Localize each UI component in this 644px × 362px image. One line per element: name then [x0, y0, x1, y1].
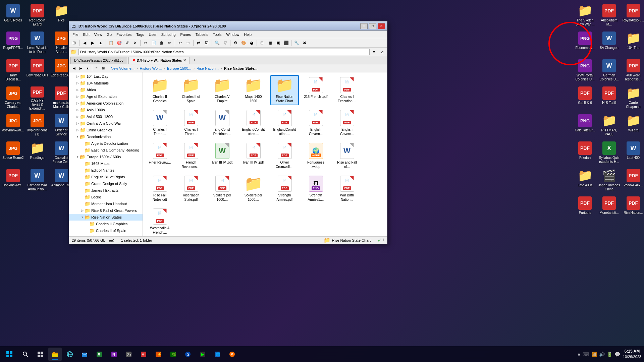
desktop-icon-taxes[interactable]: PDF 2022 FY Taxes & Expendit... — [25, 85, 49, 112]
tree-james1[interactable]: 📁 James I Extracts — [69, 187, 143, 194]
tree-decolonization[interactable]: ▾ 📂 Decolonization — [69, 133, 143, 140]
toolbar-close-extra[interactable]: ✖ — [301, 39, 308, 47]
menu-favorites[interactable]: Favorites — [114, 32, 133, 37]
file-charlesiigraphics[interactable]: 📁 Charles II Graphics — [146, 75, 174, 105]
tree-granddesign[interactable]: 📁 Grand Design of Sully — [69, 180, 143, 187]
close-button[interactable]: ✕ — [378, 23, 385, 29]
toolbar-check[interactable]: ☑ — [203, 39, 210, 47]
menu-help[interactable]: Help — [242, 32, 254, 37]
menu-file[interactable]: File — [70, 32, 80, 37]
desktop-icon-lenin[interactable]: W Lenin What is to be Done — [25, 30, 49, 57]
desktop-icon-lownoac[interactable]: PDF Low Noac Oils — [25, 58, 49, 84]
desktop-icon-redrobin[interactable]: PDF Red Robin Ecard — [25, 3, 49, 29]
file-ivaniiiv-pdf[interactable]: 📄 PDF Ivan III IV .pdf — [239, 141, 268, 171]
menu-tags[interactable]: Tags — [134, 32, 146, 37]
taskbar-app2-icon[interactable]: ⚡ — [152, 348, 165, 361]
taskbar-eye-icon[interactable] — [225, 348, 239, 361]
tree-mercantilism[interactable]: 📁 Mercantilism Handout — [69, 200, 143, 207]
taskbar-xyplorer-icon[interactable]: XY — [122, 348, 136, 361]
breadcrumb-risenation[interactable]: Rise Nation... — [195, 66, 220, 71]
taskbar-onenote-icon[interactable]: N — [107, 348, 121, 361]
clock-display[interactable]: 6:15 AM 10/26/2023 — [623, 349, 641, 359]
breadcrumb-europe[interactable]: Europe 1500... — [166, 66, 193, 71]
menu-tabsets[interactable]: Tabsets — [194, 32, 210, 37]
toolbar-up[interactable]: ▲ — [97, 39, 104, 47]
maximize-button[interactable]: □ — [369, 23, 376, 29]
tree-risenationstates[interactable]: ▾ 📂 Rise Nation States — [69, 214, 143, 221]
tree-americancolonization[interactable]: ▷ 📁 American Colonization — [69, 100, 143, 107]
desktop-icon-cavalry[interactable]: JPG Cavalry vs. Chariots — [1, 85, 25, 112]
breadcrumb-volume[interactable]: New Volume... — [109, 66, 136, 71]
toolbar-copy[interactable]: 📋 — [107, 39, 115, 47]
tree-europe1500s[interactable]: ▾ 📂 Europe 1500s-1600s — [69, 154, 143, 160]
toolbar-terminal[interactable]: ⬛ — [282, 39, 290, 47]
tree-centralamcoldwar[interactable]: ▷ 📁 Central Am Cold War — [69, 120, 143, 127]
address-path[interactable]: D:\History World Civ B\Europe 1500s-1600… — [78, 49, 370, 55]
tree-englishbill[interactable]: 📁 English Bill of Rights — [69, 174, 143, 180]
breadcrumb-histworld[interactable]: History Wor... — [139, 66, 163, 71]
menu-edit[interactable]: Edit — [81, 32, 92, 37]
toolbar-target[interactable]: 🎯 — [115, 39, 123, 47]
chevron-icon[interactable]: ∧ — [577, 352, 581, 357]
tree-1648maps[interactable]: 📁 1648 Maps — [69, 160, 143, 167]
file-engconstdoctrines[interactable]: W Eng Const Doctrines.... — [208, 108, 236, 138]
desktop-icon-104thu[interactable]: 📁 104 Thu — [622, 30, 644, 57]
taskbar-app5-icon[interactable]: ▶ — [196, 348, 209, 361]
desktop-icon-sketchshow[interactable]: 📁 The Sketch Show War ... — [573, 3, 597, 29]
toolbar-undo[interactable]: ↩ — [176, 39, 184, 47]
tree-104lastday[interactable]: ▷ 📁 104 Last Day — [69, 73, 143, 80]
file-charlesiispain[interactable]: 📁 Charles II of Spain — [177, 75, 205, 105]
keyboard-icon[interactable]: ⌨ — [583, 352, 589, 357]
desktop-icon-friedan[interactable]: PDF Friedan — [573, 140, 597, 167]
toolbar-config[interactable]: ⚙ — [232, 39, 239, 47]
file-maps14001600[interactable]: 📁 Maps 1400 1600 — [239, 75, 268, 105]
menu-go[interactable]: Go — [105, 32, 114, 37]
file-risenationstate[interactable]: 📄 PDF RiseNation State.pdf — [177, 174, 205, 204]
tree-asia1500[interactable]: ▷ 📁 Asia1500- 1800s — [69, 113, 143, 120]
taskbar-app3-icon[interactable]: 🌿 — [166, 348, 180, 361]
desktop-icon-wwiportal[interactable]: PNG WWI Portal Colonies U... — [573, 58, 597, 84]
desktop-icon-hopkins[interactable]: PDF Hopkins-Tax... — [1, 168, 25, 194]
file-olivercromwell[interactable]: 📄 PDF Oliver Cromwell.... — [270, 141, 299, 171]
breadcrumb-tree[interactable]: ≡ — [94, 65, 100, 72]
toolbar-search[interactable]: 🔍 — [213, 39, 221, 47]
tree-charlesiigraphics[interactable]: 📁 Charles II Graphics — [69, 221, 143, 227]
desktop-icon-puritans[interactable]: PDF Puritans — [573, 195, 597, 222]
toolbar-layout[interactable]: ▦ — [266, 39, 274, 47]
desktop-icon-400word[interactable]: PDF 400 word response... — [622, 58, 644, 84]
breadcrumb-forward[interactable]: ▶ — [78, 65, 84, 72]
tree-104materials[interactable]: ▷ 📁 104 Materials — [69, 80, 143, 86]
file-charlesi-three-pdf[interactable]: 📄 PDF Charles I Three.... — [177, 108, 205, 138]
file-strengtharmies1-png[interactable]: 🖼 PNG Strength Armies1.... — [302, 174, 330, 204]
toolbar-stop[interactable]: ✕ — [131, 39, 139, 47]
desktop-icon-carrie[interactable]: 📁 Carrie Chapman — [622, 85, 644, 112]
tab-essays[interactable]: D:\Classes\Essays 2023\Fall\155 — [70, 57, 127, 64]
taskbar-network-icon[interactable]: 🌐 — [211, 348, 224, 361]
desktop-icon-japaninvades[interactable]: 🎬 Japan Invades China — [597, 168, 621, 194]
toolbar-preview[interactable]: ▣ — [274, 39, 282, 47]
file-charlesiexecution[interactable]: 📄 PDF Charles I Execution.... — [333, 75, 361, 105]
desktop-icon-xyplorer[interactable]: JPG XyplorerIcons (1) — [25, 113, 49, 139]
desktop-icon-germancolonies[interactable]: W German Colonies U... — [597, 58, 621, 84]
menu-panes[interactable]: Panes — [178, 32, 193, 37]
toolbar-cut[interactable]: ✂ — [142, 39, 149, 47]
menu-window[interactable]: Window — [224, 32, 241, 37]
taskbar-acrobat-icon[interactable]: A — [137, 348, 150, 361]
toolbar-grid[interactable]: ⊞ — [258, 39, 266, 47]
file-risenationstatechart[interactable]: 📁 Rise Nation State Chart — [270, 75, 299, 105]
toolbar-paste[interactable]: 📄 — [150, 39, 157, 47]
desktop-icon-syllabus[interactable]: X Syllabus Quiz (students H... — [597, 140, 621, 167]
desktop-icon-crimean[interactable]: W Crimean War Ammunitio... — [25, 168, 49, 194]
menu-tools[interactable]: Tools — [211, 32, 224, 37]
tree-algeria[interactable]: 📁 Algeria Decolonization — [69, 140, 143, 147]
file-strengtharmies[interactable]: 📄 PDF Strength Armies.pdf — [270, 174, 299, 204]
desktop-icon-readings[interactable]: 📁 Readings — [25, 140, 49, 167]
desktop-icon-absolutism[interactable]: PDF Absolutism M... — [597, 3, 621, 29]
file-englishgovern2[interactable]: 📄 PDF English Govern... — [333, 108, 361, 138]
toolbar-tools-extra[interactable]: 🔧 — [293, 39, 300, 47]
start-button[interactable] — [3, 348, 16, 360]
toolbar-back[interactable]: ◀ — [81, 39, 88, 47]
desktop-icon-royalabsolu[interactable]: PDF RoyalAbsolu... — [622, 3, 644, 29]
tree-locke[interactable]: 📁 Locke — [69, 194, 143, 200]
taskbar-widgets-icon[interactable] — [34, 348, 47, 361]
